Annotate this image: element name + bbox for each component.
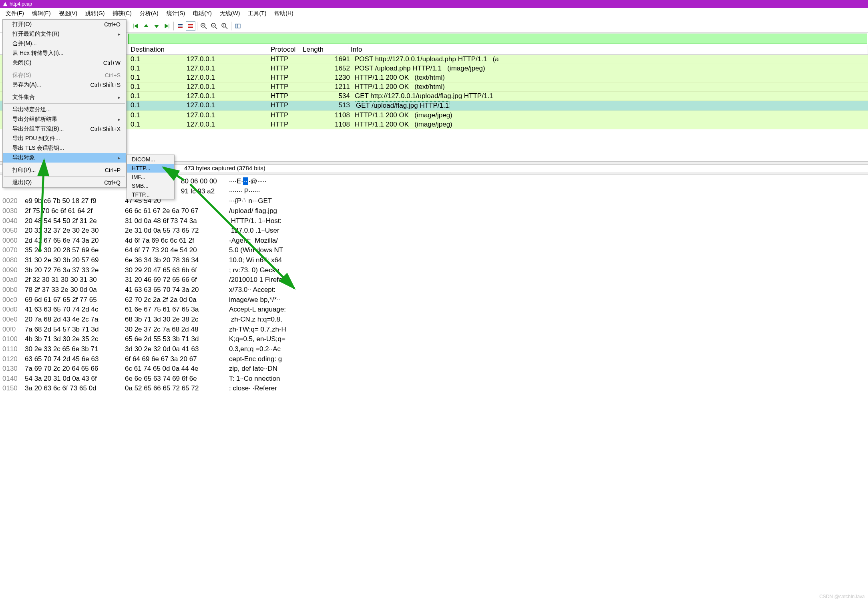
menu-item[interactable]: 文件集合	[3, 92, 126, 102]
go-last-button[interactable]	[162, 21, 172, 31]
hex-row[interactable]: 00302f 75 70 6c 6f 61 64 2f66 6c 61 67 2…	[2, 206, 866, 216]
menu-item[interactable]: 导出 PDU 到文件...	[3, 134, 126, 143]
svg-rect-0	[178, 24, 183, 25]
menu-item[interactable]: 电话(Y)	[189, 8, 216, 19]
menu-item[interactable]: 统计(S)	[163, 8, 189, 19]
packet-row[interactable]: 0.1127.0.0.1HTTP1652POST /upload.php HTT…	[0, 64, 868, 73]
hex-row[interactable]: 00a02f 32 30 31 30 30 31 3031 20 46 69 7…	[2, 275, 866, 285]
packet-row[interactable]: 0.1127.0.0.1HTTP1211HTTP/1.1 200 OK (tex…	[0, 82, 868, 92]
submenu-item[interactable]: SMB...	[127, 181, 174, 190]
svg-rect-5	[188, 27, 193, 28]
hex-row[interactable]: 00d041 63 63 65 70 74 2d 4c61 6e 67 75 6…	[2, 305, 866, 315]
menu-item[interactable]: 分析(A)	[136, 8, 163, 19]
export-objects-submenu: DICOM...HTTP...IMF...SMB...TFTP...	[127, 155, 175, 199]
menu-item[interactable]: 编辑(E)	[28, 8, 55, 19]
svg-text:1: 1	[223, 24, 224, 27]
hex-row[interactable]: 00f07a 68 2d 54 57 3b 71 3d30 2e 37 2c 7…	[2, 325, 866, 335]
submenu-item[interactable]: IMF...	[127, 173, 174, 181]
menu-item[interactable]: 关闭(C)Ctrl+W	[3, 58, 126, 68]
hex-row[interactable]: 00e020 7a 68 2d 43 4e 2c 7a68 3b 71 3d 3…	[2, 315, 866, 325]
hex-row[interactable]: 014054 3a 20 31 0d 0a 43 6f6e 6e 65 63 7…	[2, 374, 866, 384]
packet-row[interactable]: 0.1127.0.0.1HTTP513GET /upload/flag.jpg …	[0, 101, 868, 111]
hex-row[interactable]: 01503a 20 63 6c 6f 73 65 0d0a 52 65 66 6…	[2, 384, 866, 394]
submenu-item[interactable]: HTTP...	[127, 164, 174, 173]
menu-separator	[4, 103, 125, 104]
col-info[interactable]: Info	[348, 45, 868, 54]
menu-separator	[4, 91, 125, 91]
hex-row[interactable]: 00903b 20 72 76 3a 37 33 2e30 29 20 47 6…	[2, 265, 866, 275]
toolbar-sep	[129, 22, 129, 30]
menu-item[interactable]: 从 Hex 转储导入(I)...	[3, 48, 126, 58]
resize-columns-button[interactable]	[233, 21, 243, 31]
menu-item[interactable]: 打开(O)Ctrl+O	[3, 20, 126, 29]
menu-item[interactable]: 退出(Q)Ctrl+Q	[3, 178, 126, 187]
col-length[interactable]: Length	[300, 45, 328, 54]
hex-row[interactable]: 012063 65 70 74 2d 45 6e 636f 64 69 6e 6…	[2, 354, 866, 364]
autoscroll-button[interactable]	[175, 21, 185, 31]
svg-rect-1	[178, 26, 183, 26]
packet-row[interactable]: 0.1127.0.0.1HTTP1108HTTP/1.1 200 OK (ima…	[0, 111, 868, 120]
menu-item[interactable]: 帮助(H)	[270, 8, 297, 19]
menu-item[interactable]: 导出分组字节流(B)...Ctrl+Shift+X	[3, 124, 126, 134]
hex-row[interactable]: 007035 2e 30 20 28 57 69 6e64 6f 77 73 2…	[2, 245, 866, 255]
menu-item[interactable]: 打印(P)...Ctrl+P	[3, 165, 126, 175]
svg-rect-4	[188, 26, 193, 26]
packet-row[interactable]: 0.1127.0.0.1HTTP534GET http://127.0.0.1/…	[0, 92, 868, 101]
menu-item[interactable]: 捕获(C)	[108, 8, 135, 19]
toolbar: 1	[0, 19, 868, 33]
titlebar: http4.pcap	[0, 0, 868, 8]
menu-item[interactable]: 导出 TLS 会话密钥...	[3, 143, 126, 153]
menu-item[interactable]: 工具(T)	[244, 8, 270, 19]
col-protocol[interactable]: Protocol	[268, 45, 300, 54]
display-filter-input[interactable]	[128, 34, 867, 44]
menu-item[interactable]: 导出特定分组...	[3, 105, 126, 115]
zoom-in-button[interactable]	[199, 21, 209, 31]
packet-list-header: Destination Protocol Length Info	[0, 45, 868, 55]
svg-point-6	[201, 23, 205, 27]
zoom-out-button[interactable]	[209, 21, 219, 31]
file-menu-dropdown: 打开(O)Ctrl+O打开最近的文件(R)合并(M)...从 Hex 转储导入(…	[2, 19, 127, 188]
hex-pane[interactable]: 80 06 00 00····E····@·····91 fc 93 a2···…	[0, 175, 868, 395]
col-destination[interactable]: Destination	[128, 45, 184, 54]
svg-rect-17	[237, 24, 240, 28]
menubar: 文件(F)编辑(E)视图(V)跳转(G)捕获(C)分析(A)统计(S)电话(Y)…	[0, 8, 868, 19]
svg-rect-16	[235, 24, 237, 28]
hex-row[interactable]: 01307a 69 70 2c 20 64 65 666c 61 74 65 0…	[2, 364, 866, 374]
svg-rect-3	[188, 24, 193, 25]
menu-separator	[4, 164, 125, 164]
hex-row[interactable]: 011030 2e 33 2c 65 6e 3b 713d 30 2e 32 0…	[2, 344, 866, 354]
menu-item[interactable]: 跳转(G)	[81, 8, 108, 19]
go-first-button[interactable]	[131, 21, 141, 31]
hex-row[interactable]: 00b078 2f 37 33 2e 30 0d 0a41 63 63 65 7…	[2, 285, 866, 295]
go-down-button[interactable]	[152, 21, 161, 31]
packet-row[interactable]: 0.1127.0.0.1HTTP1108HTTP/1.1 200 OK (ima…	[0, 120, 868, 129]
menu-item[interactable]: 导出对象	[3, 153, 126, 163]
title-text: http4.pcap	[10, 1, 32, 7]
svg-point-13	[222, 23, 226, 27]
hex-row[interactable]: 005020 31 32 37 2e 30 2e 302e 31 0d 0a 5…	[2, 226, 866, 236]
submenu-item[interactable]: DICOM...	[127, 155, 174, 164]
frame-summary: 473 bytes captured (3784 bits)	[184, 165, 265, 171]
hex-row[interactable]: 01004b 3b 71 3d 30 2e 35 2c65 6e 2d 55 5…	[2, 334, 866, 344]
submenu-item[interactable]: TFTP...	[127, 190, 174, 199]
menu-item[interactable]: 文件(F)	[2, 8, 28, 19]
packet-row[interactable]: 0.1127.0.0.1HTTP1230HTTP/1.1 200 OK (tex…	[0, 73, 868, 82]
svg-line-7	[205, 27, 207, 29]
menu-item[interactable]: 无线(W)	[216, 8, 244, 19]
menu-item[interactable]: 另存为(A)...Ctrl+Shift+S	[3, 80, 126, 90]
app-icon	[2, 1, 8, 7]
go-up-button[interactable]	[141, 21, 151, 31]
zoom-reset-button[interactable]: 1	[220, 21, 229, 31]
menu-item[interactable]: 打开最近的文件(R)	[3, 29, 126, 39]
colorize-button[interactable]	[186, 21, 195, 31]
menu-item: 保存(S)Ctrl+S	[3, 70, 126, 80]
menu-item[interactable]: 合并(M)...	[3, 39, 126, 48]
hex-row[interactable]: 004020 48 54 54 50 2f 31 2e31 0d 0a 48 6…	[2, 216, 866, 226]
packet-row[interactable]: 0.1127.0.0.1HTTP1691POST http://127.0.0.…	[0, 55, 868, 64]
menu-item[interactable]: 导出分组解析结果	[3, 115, 126, 124]
hex-row[interactable]: 00c069 6d 61 67 65 2f 77 6562 70 2c 2a 2…	[2, 295, 866, 305]
packet-list[interactable]: Destination Protocol Length Info 0.1127.…	[0, 45, 868, 129]
menu-item[interactable]: 视图(V)	[55, 8, 82, 19]
hex-row[interactable]: 008031 30 2e 30 3b 20 57 696e 36 34 3b 2…	[2, 255, 866, 265]
hex-row[interactable]: 00602d 41 67 65 6e 74 3a 204d 6f 7a 69 6…	[2, 236, 866, 246]
